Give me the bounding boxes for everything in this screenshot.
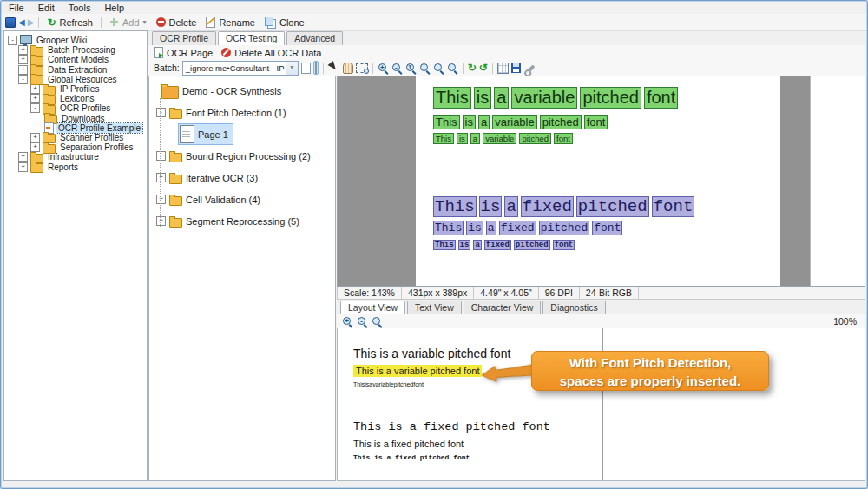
tree-label: Data Extraction [46, 65, 108, 75]
settings-wrench-icon[interactable] [525, 64, 535, 74]
tab-advanced[interactable]: Advanced [286, 31, 343, 45]
delete-button[interactable]: Delete [153, 17, 201, 29]
layout-text-fixed-large: This is a fixed pitched font [353, 420, 550, 433]
folder-icon [169, 196, 182, 206]
rename-button[interactable]: Rename [202, 16, 259, 29]
batch-select[interactable]: _ignore me•Consultant - IP and OCR... ▾ [182, 61, 299, 76]
ocr-word: is [466, 221, 483, 235]
menu-edit[interactable]: Edit [31, 2, 62, 14]
rotate-ccw-icon[interactable]: ↺ [479, 63, 488, 73]
tab-ocr-testing[interactable]: OCR Testing [218, 31, 285, 46]
batch-node-page-1[interactable]: Page 1 [149, 123, 335, 145]
batch-node-iterative-ocr[interactable]: Iterative OCR (3) [149, 167, 335, 188]
combo-dropdown-button[interactable]: ▾ [286, 62, 298, 75]
tree-node-ocr-profiles[interactable]: OCR Profiles [4, 103, 147, 113]
expander-expand-icon[interactable] [18, 45, 28, 55]
tree-label: Content Models [46, 55, 110, 64]
batch-node-root[interactable]: Demo - OCR Synthesis [149, 80, 335, 102]
menu-file[interactable]: File [2, 2, 31, 14]
expander-expand-icon[interactable] [18, 55, 28, 64]
tree-node-content-models[interactable]: Content Models [4, 55, 147, 64]
expander-collapse-icon[interactable] [18, 75, 28, 84]
ocr-line-fixed-small: Thisisafixedpitchedfont [433, 240, 577, 250]
expander-expand-icon[interactable] [30, 94, 40, 103]
batch-node-bound-region-processing[interactable]: Bound Region Processing (2) [149, 145, 335, 167]
batch-node-label: Segment Reprocessing (5) [186, 216, 299, 227]
nav-back-icon[interactable]: ◀ [18, 18, 25, 27]
ocr-word: pitched [540, 115, 582, 129]
folder-icon [30, 163, 43, 173]
status-scale: Scale: 143% [338, 287, 402, 299]
tree-node-grooper-wiki[interactable]: Grooper Wiki [4, 36, 147, 45]
delete-label: Delete [169, 17, 197, 28]
layout-view-panel[interactable]: This is a variable pitched font This is … [337, 328, 865, 481]
tree-node-infrastructure[interactable]: Infrastructure [4, 152, 147, 162]
ocr-word: is [463, 115, 476, 129]
zoom-out-icon[interactable] [391, 63, 403, 74]
batch-node-label: Demo - OCR Synthesis [182, 86, 281, 96]
zoom-in-icon[interactable] [342, 316, 353, 327]
tree-node-reports[interactable]: Reports [4, 162, 147, 171]
ocr-word: This [433, 115, 460, 129]
expander-expand-icon[interactable] [18, 65, 28, 75]
tab-layout-view[interactable]: Layout View [340, 301, 405, 315]
tree-node-batch-processing[interactable]: Batch Processing [4, 45, 147, 55]
ocr-word: pitched [514, 240, 550, 250]
save-icon[interactable] [511, 63, 521, 73]
callout-line-2: spaces are properly inserted. [532, 372, 768, 390]
tree-node-ip-profiles[interactable]: IP Profiles [4, 84, 147, 94]
tree-node-global-resources[interactable]: Global Resources [4, 75, 147, 84]
main-toolbar: ◀ ▶ ↻ Refresh Add ▾ Delete Rename Clone [2, 14, 866, 31]
document-page[interactable]: Thisisavariablepitchedfont Thisisavariab… [416, 76, 780, 286]
tree-label: Lexicons [58, 94, 95, 103]
expander-expand-icon[interactable] [30, 142, 40, 152]
batch-open-icon[interactable] [301, 63, 311, 74]
ocr-word: font [644, 87, 678, 109]
zoom-fit-width-icon[interactable] [433, 63, 444, 74]
clone-button[interactable]: Clone [261, 16, 308, 30]
batch-node-segment-reprocessing[interactable]: Segment Reprocessing (5) [149, 210, 335, 232]
ocr-page-button[interactable]: OCR Page [154, 47, 213, 58]
menu-help[interactable]: Help [97, 2, 131, 14]
toolbar-separator [323, 63, 324, 74]
add-button[interactable]: Add ▾ [106, 17, 150, 29]
zoom-out-icon[interactable] [357, 316, 368, 327]
nav-forward-icon[interactable]: ▶ [28, 18, 35, 27]
menu-tools[interactable]: Tools [62, 2, 98, 14]
expander-expand-icon[interactable] [30, 133, 40, 142]
folder-icon [169, 218, 182, 228]
pointer-tool-icon[interactable] [327, 61, 340, 75]
tree-node-scanner-profiles[interactable]: Scanner Profiles [4, 133, 147, 142]
tree-node-ocr-profile-example[interactable]: OCR Profile Example [4, 123, 147, 133]
ocr-word: font [592, 221, 622, 235]
expander-expand-icon[interactable] [30, 84, 40, 94]
grid-view-icon[interactable] [497, 63, 509, 74]
refresh-button[interactable]: ↻ Refresh [43, 17, 96, 29]
tab-ocr-profile[interactable]: OCR Profile [152, 31, 216, 45]
tree-node-lexicons[interactable]: Lexicons [4, 94, 147, 103]
image-viewer[interactable]: Thisisavariablepitchedfont Thisisavariab… [337, 76, 865, 287]
batch-view-toggle[interactable] [313, 61, 319, 75]
zoom-actual-size-icon[interactable] [405, 63, 417, 74]
expander-expand-icon[interactable] [18, 162, 28, 172]
zoom-fit-icon[interactable] [372, 316, 383, 327]
hand-tool-icon[interactable] [343, 63, 353, 74]
tab-character-view[interactable]: Character View [464, 301, 542, 314]
delete-all-ocr-data-button[interactable]: Delete All OCR Data [221, 48, 321, 58]
zoom-in-icon[interactable] [378, 63, 389, 74]
expander-collapse-icon[interactable] [30, 103, 40, 113]
rotate-cw-icon[interactable]: ↻ [468, 63, 477, 73]
tab-text-view[interactable]: Text View [407, 301, 462, 314]
batch-node-cell-validation[interactable]: Cell Validation (4) [149, 188, 335, 210]
expander-collapse-icon[interactable] [8, 36, 17, 45]
tree-node-separation-profiles[interactable]: Separation Profiles [4, 142, 147, 152]
zoom-marquee-icon[interactable] [356, 63, 368, 73]
zoom-fit-height-icon[interactable] [447, 63, 458, 74]
clone-icon [265, 17, 273, 26]
batch-node-font-pitch-detection[interactable]: Font Pitch Detection (1) [149, 102, 335, 123]
tree-node-data-extraction[interactable]: Data Extraction [4, 65, 147, 75]
expander-expand-icon[interactable] [18, 152, 28, 162]
tab-diagnostics[interactable]: Diagnostics [542, 301, 605, 314]
zoom-fit-page-icon[interactable] [419, 63, 431, 74]
tree-node-downloads[interactable]: Downloads [4, 114, 147, 123]
